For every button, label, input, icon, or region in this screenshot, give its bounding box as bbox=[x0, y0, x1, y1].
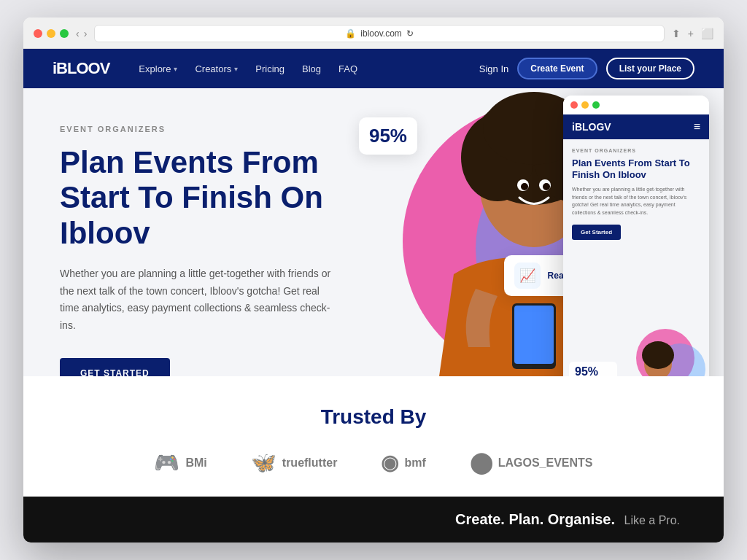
mobile-title: Plan Events From Start To Finish On Iblo… bbox=[572, 158, 700, 180]
chart-icon: 📈 bbox=[514, 262, 541, 289]
mobile-cta[interactable]: Get Started bbox=[572, 225, 621, 240]
mobile-traffic-lights bbox=[563, 96, 709, 114]
mobile-tag: EVENT ORGANIZERS bbox=[572, 148, 700, 153]
mobile-close-btn bbox=[570, 101, 578, 109]
stats-badge: 95% bbox=[359, 117, 417, 155]
browser-window: ‹ › 🔒 ibloov.com ↻ ⬆ + ⬜ iBLOOV Explore … bbox=[23, 18, 724, 542]
footer-tagline-text: Create. Plan. Organise. bbox=[455, 511, 615, 527]
add-tab-icon[interactable]: + bbox=[688, 28, 694, 39]
logo-lagos-events: ⬤ LAGOS_EVENTS bbox=[470, 451, 593, 475]
chevron-down-icon: ▾ bbox=[174, 65, 177, 73]
bmf-label: bmf bbox=[404, 456, 425, 470]
mobile-logo: iBLOGV bbox=[572, 121, 611, 133]
hero-tag: EVENT ORGANIZERS bbox=[60, 125, 366, 133]
hero-title: Plan Events From Start To Finish On Iblo… bbox=[60, 145, 366, 251]
back-icon[interactable]: ‹ bbox=[76, 28, 80, 39]
svg-point-11 bbox=[543, 183, 550, 190]
tabs-icon[interactable]: ⬜ bbox=[701, 28, 713, 39]
nav-right: Sign In Create Event List your Place bbox=[479, 58, 694, 79]
get-started-button[interactable]: GET STARTED bbox=[60, 358, 170, 376]
hero-description: Whether you are planning a little get-to… bbox=[60, 265, 337, 335]
trusted-title: Trusted By bbox=[67, 405, 680, 429]
browser-chrome: ‹ › 🔒 ibloov.com ↻ ⬆ + ⬜ bbox=[23, 18, 724, 49]
nav-pricing[interactable]: Pricing bbox=[255, 63, 285, 74]
address-bar[interactable]: 🔒 ibloov.com ↻ bbox=[94, 25, 664, 42]
nav-links: Explore ▾ Creators ▾ Pricing Blog FAQ bbox=[139, 63, 457, 74]
browser-controls: ‹ › bbox=[76, 28, 87, 39]
logo-trueflutter: 🦋 trueflutter bbox=[251, 451, 338, 475]
url-text: ibloov.com bbox=[360, 28, 401, 39]
trusted-logos: 🎮 BMi 🦋 trueflutter ◉ bmf ⬤ LAGOS_EVENTS bbox=[67, 451, 680, 475]
footer-dark: Create. Plan. Organise. Like a Pro. bbox=[23, 497, 724, 542]
mobile-maximize-btn bbox=[592, 101, 600, 109]
navbar: iBLOOV Explore ▾ Creators ▾ Pricing Blog… bbox=[23, 49, 724, 88]
browser-actions: ⬆ + ⬜ bbox=[672, 28, 713, 39]
close-button[interactable] bbox=[34, 29, 42, 38]
lagos-icon: ⬤ bbox=[470, 451, 492, 475]
chevron-down-icon: ▾ bbox=[234, 65, 238, 73]
hero-content-left: EVENT ORGANIZERS Plan Events From Start … bbox=[23, 88, 403, 376]
mobile-image-section: 95% Registered Users Checked in 770|81% … bbox=[563, 329, 709, 376]
bmi-label: BMi bbox=[185, 456, 206, 470]
hero-section: EVENT ORGANIZERS Plan Events From Start … bbox=[23, 88, 724, 376]
mobile-minimize-btn bbox=[581, 101, 589, 109]
svg-rect-7 bbox=[514, 306, 554, 364]
mobile-desc: Whether you are planning a little get-to… bbox=[572, 186, 700, 217]
logo-bmi: 🎮 BMi bbox=[154, 451, 206, 475]
refresh-icon[interactable]: ↻ bbox=[406, 28, 414, 39]
mobile-preview: iBLOGV ≡ EVENT ORGANIZERS Plan Events Fr… bbox=[563, 96, 709, 376]
trueflutter-label: trueflutter bbox=[282, 456, 338, 470]
nav-faq[interactable]: FAQ bbox=[338, 63, 357, 74]
nav-creators[interactable]: Creators ▾ bbox=[195, 63, 238, 74]
nav-explore[interactable]: Explore ▾ bbox=[139, 63, 177, 74]
mobile-hero: EVENT ORGANIZERS Plan Events From Start … bbox=[563, 139, 709, 329]
nav-blog[interactable]: Blog bbox=[302, 63, 321, 74]
mobile-navbar: iBLOGV ≡ bbox=[563, 114, 709, 139]
hamburger-icon[interactable]: ≡ bbox=[694, 120, 700, 133]
trusted-section: Trusted By 🎮 BMi 🦋 trueflutter ◉ bmf bbox=[23, 376, 724, 497]
mobile-pct: 95% bbox=[575, 365, 611, 376]
website-content: iBLOOV Explore ▾ Creators ▾ Pricing Blog… bbox=[23, 49, 724, 542]
svg-point-10 bbox=[521, 183, 528, 190]
traffic-lights bbox=[34, 29, 69, 38]
footer-tagline: Create. Plan. Organise. Like a Pro. bbox=[455, 511, 680, 528]
minimize-button[interactable] bbox=[47, 29, 55, 38]
stats-percent: 95% bbox=[369, 125, 407, 147]
svg-point-14 bbox=[642, 341, 674, 369]
signin-button[interactable]: Sign In bbox=[479, 63, 508, 74]
create-event-button[interactable]: Create Event bbox=[517, 58, 597, 79]
list-place-button[interactable]: List your Place bbox=[606, 58, 694, 79]
bmf-icon: ◉ bbox=[381, 451, 398, 475]
footer-sub-text: Like a Pro. bbox=[624, 514, 680, 526]
lagos-label: LAGOS_EVENTS bbox=[498, 456, 593, 470]
logo[interactable]: iBLOOV bbox=[53, 59, 109, 78]
logo-bmf: ◉ bmf bbox=[381, 451, 425, 475]
lock-icon: 🔒 bbox=[345, 28, 356, 39]
maximize-button[interactable] bbox=[60, 29, 69, 38]
share-icon[interactable]: ⬆ bbox=[672, 28, 681, 39]
forward-icon[interactable]: › bbox=[84, 28, 88, 39]
bmi-icon: 🎮 bbox=[154, 451, 179, 475]
trueflutter-icon: 🦋 bbox=[251, 451, 276, 475]
mobile-stats-card: 95% Registered Users Checked in 770|81% bbox=[569, 362, 617, 376]
